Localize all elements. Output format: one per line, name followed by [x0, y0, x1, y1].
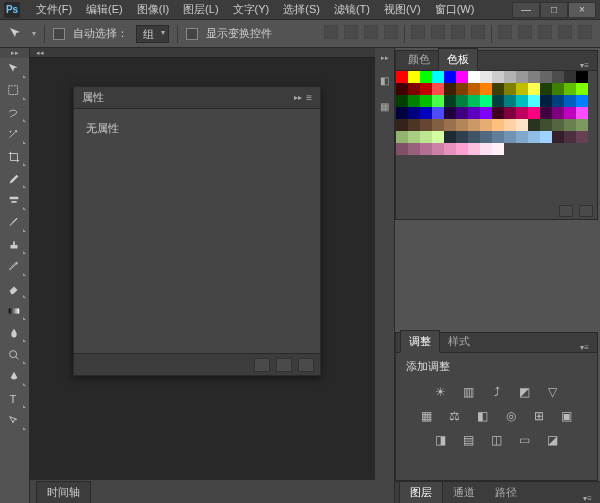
swatch[interactable]	[492, 83, 504, 95]
swatch[interactable]	[420, 107, 432, 119]
swatch[interactable]	[444, 83, 456, 95]
swatch[interactable]	[516, 71, 528, 83]
swatch[interactable]	[432, 107, 444, 119]
swatch[interactable]	[444, 119, 456, 131]
swatch[interactable]	[528, 95, 540, 107]
swatch[interactable]	[528, 131, 540, 143]
swatch[interactable]	[504, 71, 516, 83]
swatch[interactable]	[456, 83, 468, 95]
properties-header[interactable]: 属性 ▸▸ ≡	[74, 87, 320, 109]
swatch[interactable]	[504, 131, 516, 143]
eraser-tool[interactable]	[0, 278, 28, 300]
swatch[interactable]	[576, 83, 588, 95]
swatch[interactable]	[528, 71, 540, 83]
collapse-icon[interactable]: ▸▸	[294, 93, 302, 102]
swatch[interactable]	[516, 95, 528, 107]
swatch[interactable]	[432, 119, 444, 131]
clone-stamp-tool[interactable]	[0, 234, 28, 256]
swatch[interactable]	[564, 71, 576, 83]
tab-color[interactable]: 颜色	[400, 49, 438, 70]
gradient-tool[interactable]	[0, 300, 28, 322]
swatch[interactable]	[396, 95, 408, 107]
reset-icon[interactable]	[276, 358, 292, 372]
tab-channels[interactable]: 通道	[443, 482, 485, 503]
tool-preset-arrow-icon[interactable]: ▾	[32, 29, 36, 38]
menu-type[interactable]: 文字(Y)	[227, 0, 276, 19]
dodge-tool[interactable]	[0, 344, 28, 366]
trash-icon[interactable]	[579, 205, 593, 217]
swatch[interactable]	[492, 119, 504, 131]
posterize-icon[interactable]: ▤	[460, 432, 478, 448]
bw-icon[interactable]: ◧	[474, 408, 492, 424]
swatch[interactable]	[516, 119, 528, 131]
swatch[interactable]	[576, 107, 588, 119]
swatch[interactable]	[468, 95, 480, 107]
swatch[interactable]	[504, 83, 516, 95]
crop-tool[interactable]	[0, 146, 28, 168]
brightness-icon[interactable]: ☀	[432, 384, 450, 400]
swatch[interactable]	[540, 107, 552, 119]
align-icon[interactable]	[364, 25, 378, 39]
toolbox-grip[interactable]: ▸▸	[0, 48, 29, 58]
swatch[interactable]	[528, 119, 540, 131]
swatch[interactable]	[480, 83, 492, 95]
swatch[interactable]	[516, 83, 528, 95]
swatch[interactable]	[540, 71, 552, 83]
hue-icon[interactable]: ▦	[418, 408, 436, 424]
swatch[interactable]	[456, 143, 468, 155]
threshold-icon[interactable]: ◫	[488, 432, 506, 448]
panel-menu-icon[interactable]: ▾≡	[576, 343, 593, 352]
swatch[interactable]	[564, 95, 576, 107]
menu-select[interactable]: 选择(S)	[277, 0, 326, 19]
invert-icon[interactable]: ◨	[432, 432, 450, 448]
swatch[interactable]	[468, 131, 480, 143]
swatch[interactable]	[396, 83, 408, 95]
swatch[interactable]	[432, 95, 444, 107]
swatch[interactable]	[552, 119, 564, 131]
swatch[interactable]	[480, 131, 492, 143]
swatch[interactable]	[564, 107, 576, 119]
swatch[interactable]	[396, 131, 408, 143]
magic-wand-tool[interactable]	[0, 124, 28, 146]
curves-icon[interactable]: ⤴	[488, 384, 506, 400]
align-icon[interactable]	[411, 25, 425, 39]
channel-mixer-icon[interactable]: ⊞	[530, 408, 548, 424]
swatch[interactable]	[420, 71, 432, 83]
swatch[interactable]	[408, 131, 420, 143]
swatch[interactable]	[552, 107, 564, 119]
gradient-map-icon[interactable]: ▭	[516, 432, 534, 448]
panel-menu-icon[interactable]: ≡	[306, 92, 312, 103]
swatch[interactable]	[564, 83, 576, 95]
swatch[interactable]	[432, 83, 444, 95]
swatch[interactable]	[516, 107, 528, 119]
swatch[interactable]	[456, 131, 468, 143]
selective-icon[interactable]: ◪	[544, 432, 562, 448]
swatch[interactable]	[468, 83, 480, 95]
distribute-icon[interactable]	[578, 25, 592, 39]
swatch[interactable]	[456, 71, 468, 83]
swatch[interactable]	[528, 107, 540, 119]
tab-layers[interactable]: 图层	[399, 481, 443, 503]
swatch[interactable]	[408, 107, 420, 119]
swatch[interactable]	[480, 107, 492, 119]
distribute-icon[interactable]	[518, 25, 532, 39]
swatch[interactable]	[480, 71, 492, 83]
distribute-icon[interactable]	[498, 25, 512, 39]
swatch[interactable]	[576, 71, 588, 83]
swatch[interactable]	[468, 119, 480, 131]
auto-select-checkbox[interactable]	[53, 28, 65, 40]
swatch[interactable]	[444, 107, 456, 119]
swatch[interactable]	[492, 71, 504, 83]
distribute-icon[interactable]	[558, 25, 572, 39]
swatch[interactable]	[564, 119, 576, 131]
menu-image[interactable]: 图像(I)	[131, 0, 175, 19]
exposure-icon[interactable]: ◩	[516, 384, 534, 400]
minimize-button[interactable]: —	[512, 2, 540, 18]
marquee-tool[interactable]	[0, 80, 28, 102]
swatch[interactable]	[576, 95, 588, 107]
auto-select-dropdown[interactable]: 组 ▾	[136, 25, 169, 43]
type-tool[interactable]: T	[0, 388, 28, 410]
distribute-icon[interactable]	[538, 25, 552, 39]
swatch[interactable]	[396, 71, 408, 83]
align-icon[interactable]	[471, 25, 485, 39]
